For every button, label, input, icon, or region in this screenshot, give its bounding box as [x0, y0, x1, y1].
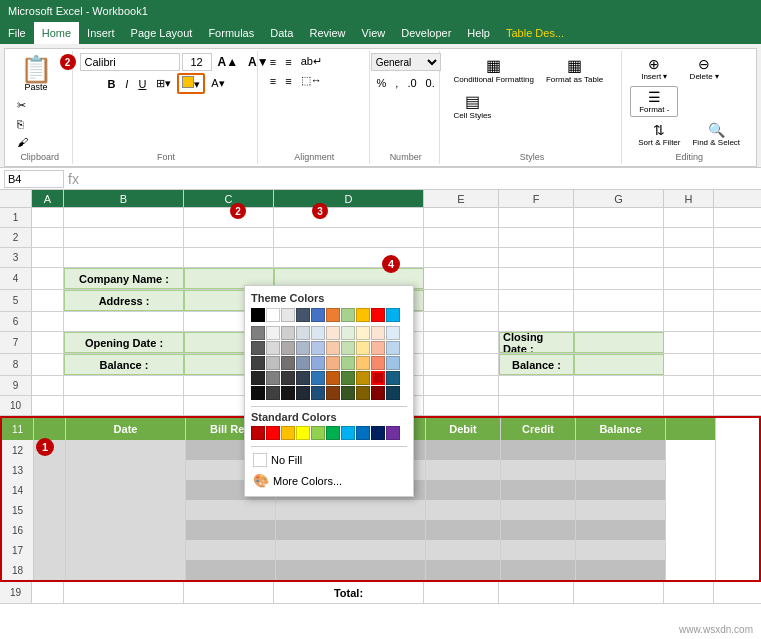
- cell-g3[interactable]: [574, 248, 664, 267]
- cell-g1[interactable]: [574, 208, 664, 227]
- std-swatch-light-blue[interactable]: [341, 426, 355, 440]
- cell-h3[interactable]: [664, 248, 714, 267]
- align-top-right[interactable]: ab↵: [297, 53, 326, 70]
- std-swatch-dark-blue[interactable]: [371, 426, 385, 440]
- borders-button[interactable]: ⊞▾: [152, 75, 175, 92]
- cell-e8[interactable]: [424, 354, 499, 375]
- shade-swatch[interactable]: [326, 356, 340, 370]
- decimal-decrease[interactable]: 0.: [422, 75, 439, 91]
- cell-h9[interactable]: [664, 376, 714, 395]
- shade-swatch[interactable]: [281, 371, 295, 385]
- cell-g12[interactable]: [576, 440, 666, 460]
- cell-g10[interactable]: [574, 396, 664, 415]
- cell-b19[interactable]: [64, 582, 184, 603]
- menu-view[interactable]: View: [354, 22, 394, 44]
- shade-swatch[interactable]: [386, 356, 400, 370]
- cell-a17[interactable]: [34, 540, 66, 560]
- std-swatch-blue[interactable]: [356, 426, 370, 440]
- cell-e14[interactable]: [426, 480, 501, 500]
- cell-h1[interactable]: [664, 208, 714, 227]
- cell-e13[interactable]: [426, 460, 501, 480]
- cell-d19[interactable]: Total:: [274, 582, 424, 603]
- cell-f5[interactable]: [499, 290, 574, 311]
- selected-shade-swatch[interactable]: [371, 371, 385, 385]
- shade-swatch[interactable]: [326, 326, 340, 340]
- format-as-table-button[interactable]: ▦ Format as Table: [541, 53, 608, 87]
- format-painter-button[interactable]: 🖌: [13, 134, 32, 150]
- bold-button[interactable]: B: [103, 76, 119, 92]
- paste-button[interactable]: 📋 Paste: [13, 53, 59, 95]
- cell-e16[interactable]: [426, 520, 501, 540]
- format-button[interactable]: ☰ Format -: [630, 86, 678, 117]
- shade-swatch[interactable]: [266, 356, 280, 370]
- cell-e17[interactable]: [426, 540, 501, 560]
- cell-g5[interactable]: [574, 290, 664, 311]
- cell-e18[interactable]: [426, 560, 501, 580]
- menu-developer[interactable]: Developer: [393, 22, 459, 44]
- std-swatch-light-green[interactable]: [311, 426, 325, 440]
- cell-h14[interactable]: [666, 480, 716, 500]
- shade-swatch[interactable]: [281, 356, 295, 370]
- shade-swatch[interactable]: [251, 326, 265, 340]
- cell-d16[interactable]: [276, 520, 426, 540]
- cell-b12[interactable]: [66, 440, 186, 460]
- cell-g8[interactable]: [574, 354, 664, 375]
- cell-f16[interactable]: [501, 520, 576, 540]
- std-swatch-red[interactable]: [266, 426, 280, 440]
- col-header-h[interactable]: H: [664, 190, 714, 207]
- col-header-g[interactable]: G: [574, 190, 664, 207]
- align-right[interactable]: ⬚↔: [297, 72, 326, 89]
- cell-e2[interactable]: [424, 228, 499, 247]
- cell-a13[interactable]: [34, 460, 66, 480]
- cell-d17[interactable]: [276, 540, 426, 560]
- shade-swatch[interactable]: [311, 386, 325, 400]
- cell-c19[interactable]: [184, 582, 274, 603]
- cell-e3[interactable]: [424, 248, 499, 267]
- shade-swatch[interactable]: [356, 341, 370, 355]
- align-left[interactable]: ≡: [266, 72, 280, 89]
- cell-g15[interactable]: [576, 500, 666, 520]
- shade-swatch[interactable]: [266, 341, 280, 355]
- percent-button[interactable]: %: [373, 75, 391, 91]
- cell-f6[interactable]: [499, 312, 574, 331]
- shade-swatch[interactable]: [296, 386, 310, 400]
- cell-c1[interactable]: [184, 208, 274, 227]
- cell-b10[interactable]: [64, 396, 184, 415]
- shade-swatch[interactable]: [326, 371, 340, 385]
- shade-swatch[interactable]: [371, 341, 385, 355]
- cell-h4[interactable]: [664, 268, 714, 289]
- underline-button[interactable]: U: [134, 76, 150, 92]
- shade-swatch[interactable]: [311, 356, 325, 370]
- shade-swatch[interactable]: [356, 356, 370, 370]
- cell-a18[interactable]: [34, 560, 66, 580]
- cell-a11[interactable]: [34, 418, 66, 440]
- shade-swatch[interactable]: [281, 341, 295, 355]
- cell-b14[interactable]: [66, 480, 186, 500]
- shade-swatch[interactable]: [386, 371, 400, 385]
- cell-e4[interactable]: [424, 268, 499, 289]
- menu-home[interactable]: Home: [34, 22, 79, 44]
- cell-b16[interactable]: [66, 520, 186, 540]
- std-swatch-purple[interactable]: [386, 426, 400, 440]
- shade-swatch[interactable]: [311, 341, 325, 355]
- cell-c16[interactable]: [186, 520, 276, 540]
- cell-f19[interactable]: [499, 582, 574, 603]
- cell-c15[interactable]: [186, 500, 276, 520]
- font-size-input[interactable]: [182, 53, 212, 71]
- shade-swatch[interactable]: [251, 341, 265, 355]
- cell-h15[interactable]: [666, 500, 716, 520]
- cell-g13[interactable]: [576, 460, 666, 480]
- no-fill-button[interactable]: No Fill: [251, 451, 407, 469]
- cell-g4[interactable]: [574, 268, 664, 289]
- shade-swatch[interactable]: [311, 371, 325, 385]
- cell-h18[interactable]: [666, 560, 716, 580]
- cell-g2[interactable]: [574, 228, 664, 247]
- cell-a4[interactable]: [32, 268, 64, 289]
- col-header-a[interactable]: A: [32, 190, 64, 207]
- color-swatch-sky-blue[interactable]: [386, 308, 400, 322]
- cell-f12[interactable]: [501, 440, 576, 460]
- cell-b11[interactable]: Date: [66, 418, 186, 440]
- name-box[interactable]: [4, 170, 64, 188]
- col-header-d[interactable]: D: [274, 190, 424, 207]
- cell-b18[interactable]: [66, 560, 186, 580]
